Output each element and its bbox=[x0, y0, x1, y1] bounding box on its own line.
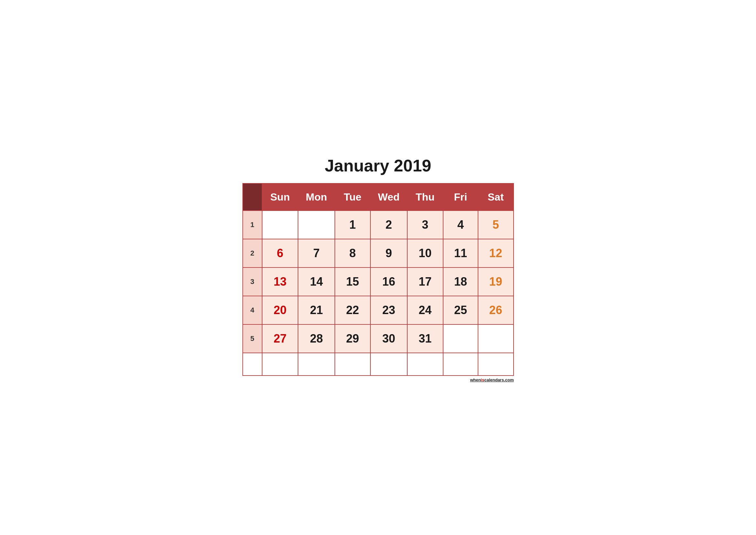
header-tue: Tue bbox=[335, 183, 371, 211]
watermark-link[interactable]: wheniscalendars.com bbox=[470, 378, 514, 382]
header-wed: Wed bbox=[370, 183, 407, 211]
empty-cell bbox=[478, 353, 514, 376]
watermark-calendars: calendars.com bbox=[484, 378, 514, 382]
header-sat: Sat bbox=[478, 183, 514, 211]
calendar-body: 1123452678910111231314151617181942021222… bbox=[243, 211, 514, 376]
header-icon bbox=[246, 189, 258, 202]
empty-cell bbox=[335, 353, 371, 376]
empty-cell bbox=[243, 353, 262, 376]
week-num-5: 5 bbox=[243, 324, 262, 353]
day-cell: 26 bbox=[478, 296, 514, 324]
week-num-1: 1 bbox=[243, 211, 262, 239]
day-cell: 6 bbox=[262, 239, 298, 268]
calendar-container: January 2019 Sun Mon Tue Wed Thu Fri Sat… bbox=[233, 150, 524, 385]
day-cell: 10 bbox=[407, 239, 444, 268]
day-cell: 31 bbox=[407, 324, 444, 353]
day-cell: 16 bbox=[370, 268, 407, 296]
day-cell: 27 bbox=[262, 324, 298, 353]
day-cell: 11 bbox=[443, 239, 478, 268]
watermark[interactable]: wheniscalendars.com bbox=[470, 378, 514, 382]
week-row-2: 26789101112 bbox=[243, 239, 514, 268]
day-cell: 3 bbox=[407, 211, 444, 239]
day-cell bbox=[443, 324, 478, 353]
day-cell: 24 bbox=[407, 296, 444, 324]
day-cell: 14 bbox=[298, 268, 335, 296]
day-cell: 30 bbox=[370, 324, 407, 353]
day-cell: 20 bbox=[262, 296, 298, 324]
calendar-title: January 2019 bbox=[242, 156, 514, 175]
watermark-is: is bbox=[481, 378, 484, 382]
week-num-header bbox=[243, 183, 262, 211]
watermark-when: when bbox=[470, 378, 481, 382]
day-cell: 18 bbox=[443, 268, 478, 296]
day-cell: 17 bbox=[407, 268, 444, 296]
header-thu: Thu bbox=[407, 183, 444, 211]
empty-cell bbox=[262, 353, 298, 376]
day-cell: 15 bbox=[335, 268, 371, 296]
empty-cell bbox=[370, 353, 407, 376]
day-cell: 4 bbox=[443, 211, 478, 239]
day-cell: 28 bbox=[298, 324, 335, 353]
day-cell: 21 bbox=[298, 296, 335, 324]
day-cell: 19 bbox=[478, 268, 514, 296]
day-cell: 12 bbox=[478, 239, 514, 268]
week-num-3: 3 bbox=[243, 268, 262, 296]
week-row-1: 112345 bbox=[243, 211, 514, 239]
header-sun: Sun bbox=[262, 183, 298, 211]
day-cell: 9 bbox=[370, 239, 407, 268]
header-fri: Fri bbox=[443, 183, 478, 211]
calendar-table: Sun Mon Tue Wed Thu Fri Sat 112345267891… bbox=[242, 183, 514, 376]
header-row: Sun Mon Tue Wed Thu Fri Sat bbox=[243, 183, 514, 211]
week-row-4: 420212223242526 bbox=[243, 296, 514, 324]
day-cell: 22 bbox=[335, 296, 371, 324]
empty-cell bbox=[407, 353, 444, 376]
week-row-3: 313141516171819 bbox=[243, 268, 514, 296]
week-num-4: 4 bbox=[243, 296, 262, 324]
day-cell: 29 bbox=[335, 324, 371, 353]
day-cell bbox=[298, 211, 335, 239]
day-cell: 25 bbox=[443, 296, 478, 324]
day-cell bbox=[478, 324, 514, 353]
empty-cell bbox=[298, 353, 335, 376]
day-cell: 8 bbox=[335, 239, 371, 268]
day-cell: 23 bbox=[370, 296, 407, 324]
day-cell bbox=[262, 211, 298, 239]
day-cell: 2 bbox=[370, 211, 407, 239]
extra-row bbox=[243, 353, 514, 376]
day-cell: 5 bbox=[478, 211, 514, 239]
week-num-2: 2 bbox=[243, 239, 262, 268]
day-cell: 1 bbox=[335, 211, 371, 239]
empty-cell bbox=[443, 353, 478, 376]
day-cell: 7 bbox=[298, 239, 335, 268]
header-mon: Mon bbox=[298, 183, 335, 211]
week-row-5: 52728293031 bbox=[243, 324, 514, 353]
day-cell: 13 bbox=[262, 268, 298, 296]
